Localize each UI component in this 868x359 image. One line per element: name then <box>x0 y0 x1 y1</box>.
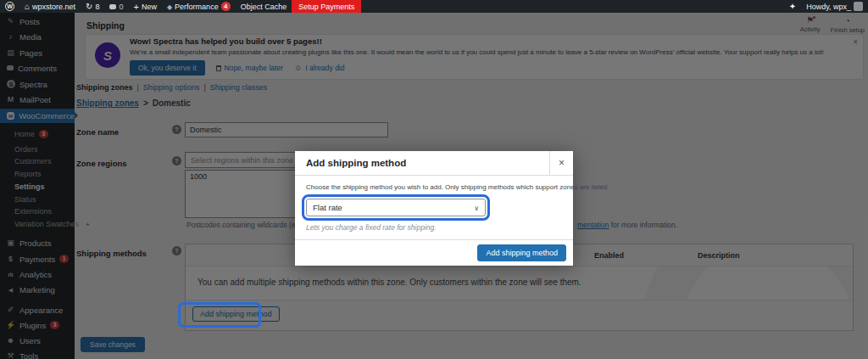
performance-icon <box>167 3 172 11</box>
wordpress-logo-icon <box>5 2 14 11</box>
new-content-button[interactable]: New <box>129 0 162 13</box>
performance-badge: 4 <box>221 2 231 11</box>
updates-icon <box>86 2 92 11</box>
setup-payments-label: Setup Payments <box>298 3 354 11</box>
selection-highlight-ring <box>178 302 261 328</box>
method-description: Lets you charge a fixed rate for shippin… <box>306 223 562 232</box>
site-name-link[interactable]: wpxstore.net <box>19 0 81 13</box>
performance-menu-button[interactable]: Performance4 <box>162 0 236 13</box>
object-cache-label: Object Cache <box>241 3 287 11</box>
updates-count: 8 <box>95 3 99 11</box>
site-name-label: wpxstore.net <box>32 3 75 11</box>
comments-count: 0 <box>119 3 123 11</box>
chevron-down-icon <box>474 203 479 212</box>
plus-icon <box>134 2 139 12</box>
modal-footer: Add shipping method <box>295 239 573 266</box>
sparkle-icon <box>789 2 796 11</box>
comments-button[interactable]: 0 <box>104 0 128 13</box>
modal-add-shipping-method-button[interactable]: Add shipping method <box>477 244 566 261</box>
account-menu-button[interactable]: Howdy, wpx_ <box>801 0 868 13</box>
shipping-method-select[interactable]: Flat rate <box>306 199 486 216</box>
comments-icon <box>109 4 116 9</box>
wordpress-menu-button[interactable] <box>0 0 19 13</box>
avatar <box>854 2 863 11</box>
performance-label: Performance <box>175 3 219 11</box>
home-icon <box>25 2 30 11</box>
modal-body: Choose the shipping method you wish to a… <box>295 176 573 232</box>
ai-assistant-button[interactable] <box>784 0 801 13</box>
modal-description: Choose the shipping method you wish to a… <box>306 183 562 191</box>
new-label: New <box>142 3 157 11</box>
admin-bar: wpxstore.net 8 0 New Performance4 Object… <box>0 0 868 13</box>
object-cache-button[interactable]: Object Cache <box>236 0 292 13</box>
setup-payments-button[interactable]: Setup Payments <box>292 0 361 13</box>
updates-button[interactable]: 8 <box>81 0 104 13</box>
modal-close-icon[interactable]: × <box>549 151 573 176</box>
modal-title: Add shipping method <box>295 158 406 168</box>
wordpress-admin-screen: wpxstore.net 8 0 New Performance4 Object… <box>0 0 868 359</box>
add-shipping-method-modal: Add shipping method × Choose the shippin… <box>295 151 573 266</box>
howdy-label: Howdy, wpx_ <box>806 3 851 11</box>
selected-method-label: Flat rate <box>313 203 342 212</box>
modal-header: Add shipping method × <box>295 151 573 176</box>
